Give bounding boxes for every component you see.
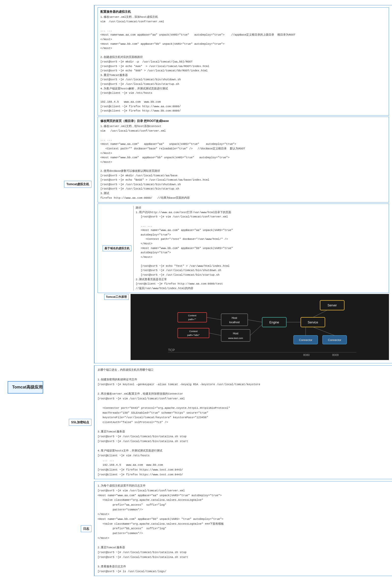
virtual-host-section: Tomcat虚拟主机 配置服务器的虚拟主机 1.修改server.xml文档，添… <box>51 5 392 363</box>
svg-rect-6 <box>221 314 248 326</box>
tomcat-work-section: Tomcat工作原理 TCP 8080 8009 <box>98 294 389 360</box>
diagram-svg: TCP 8080 8009 Server Service <box>136 298 384 356</box>
svg-rect-9 <box>221 330 250 342</box>
virtual-host-label: Tomcat虚拟主机 <box>64 181 91 188</box>
svg-text:path="/abc": path="/abc" <box>187 334 200 337</box>
svg-line-25 <box>313 327 335 335</box>
service-label: Service <box>308 321 318 324</box>
tcp-label: TCP <box>168 348 175 352</box>
ssl-content: 从哪个端口进去，内部虚拟主机共用哪个端口 1.创建加密用的私钥和证书文件 [ro… <box>94 365 392 479</box>
port1-label: 8080 <box>303 353 310 356</box>
logs-section: 日志 1.为每个虚拟主机设置不同的日志文件 [root@svr5 ~]# vim… <box>51 481 392 576</box>
domain-vhost-text: 路径 1.用户访问http://www.aa.com/test打开/var/ww… <box>136 206 386 291</box>
tomcat-work-label: Tomcat工作原理 <box>104 294 129 300</box>
svg-text:localhost: localhost <box>229 321 240 324</box>
domain-label-area: 基于域名的虚拟主机 <box>100 206 133 291</box>
configure-server-content: 1.修改server.xml文档，添加host虚拟主机 vim /usr/loc… <box>100 15 386 113</box>
modify-homepage-block: 修改网页的首页（根目录）目录 把ROOT改成base 1.修改server.xm… <box>98 117 389 202</box>
svg-text:Context: Context <box>188 314 196 317</box>
ssl-text: 从哪个端口进去，内部虚拟主机共用哪个端口 1.创建加密用的私钥和证书文件 [ro… <box>98 368 389 477</box>
svg-text:Host: Host <box>232 317 237 319</box>
svg-line-19 <box>209 333 221 336</box>
connector1-label: Connector <box>299 339 312 342</box>
svg-line-23 <box>313 310 327 318</box>
content-tree: Tomcat虚拟主机 配置服务器的虚拟主机 1.修改server.xml文档，添… <box>46 5 392 577</box>
configure-server-header: 配置服务器的虚拟主机 <box>100 10 386 14</box>
domain-vhost-content: 路径 1.用户访问http://www.aa.com/test打开/var/ww… <box>133 206 386 291</box>
logs-labels: 日志 <box>51 481 91 576</box>
svg-text:www.test.com: www.test.com <box>228 337 243 339</box>
logs-text: 1.为每个虚拟主机设置不同的日志文件 [root@svr5 ~]# vim /u… <box>98 484 389 574</box>
left-labels: Tomcat高级应用 <box>5 5 46 577</box>
connector2-label: Connector <box>328 339 341 342</box>
modify-homepage-content: 1.修改server.xml文档，给host添加context vim /usr… <box>100 124 386 200</box>
logs-label: 日志 <box>81 525 91 532</box>
main-container: Tomcat高级应用 Tomcat虚拟主机 配置服务器的虚拟主机 1.修改ser… <box>0 0 392 577</box>
ssl-section: SSL加密站点 从哪个端口进去，内部虚拟主机共用哪个端口 1.创建加密用的私钥和… <box>51 365 392 479</box>
svg-line-20 <box>248 320 262 322</box>
diagram-area: TCP 8080 8009 Server Service <box>131 294 389 360</box>
virtual-host-content: 配置服务器的虚拟主机 1.修改server.xml文档，添加host虚拟主机 v… <box>94 5 392 363</box>
ssl-label: SSL加密站点 <box>69 419 91 426</box>
ssl-labels: SSL加密站点 <box>51 365 91 479</box>
domain-vhost-block: 基于域名的虚拟主机 路径 1.用户访问http://www.aa.com/tes… <box>98 204 389 293</box>
svg-text:Host: Host <box>233 332 239 335</box>
main-title-label: Tomcat高级应用 <box>8 381 43 394</box>
svg-line-18 <box>207 317 221 320</box>
modify-homepage-header: 修改网页的首页（根目录）目录 把ROOT改成base <box>100 119 386 123</box>
port2-label: 8009 <box>332 353 339 356</box>
configure-server-block: 配置服务器的虚拟主机 1.修改server.xml文档，添加host虚拟主机 v… <box>98 7 389 116</box>
architecture-diagram: TCP 8080 8009 Server Service <box>131 294 389 360</box>
engine-label: Engine <box>269 321 279 324</box>
tomcat-work-label-area: Tomcat工作原理 <box>98 294 131 300</box>
svg-text:path="": path="" <box>188 318 196 321</box>
server-label: Server <box>327 304 337 307</box>
svg-line-21 <box>250 325 262 336</box>
domain-vhost-inner: 基于域名的虚拟主机 路径 1.用户访问http://www.aa.com/tes… <box>100 206 386 291</box>
virtual-host-labels: Tomcat虚拟主机 <box>51 5 91 363</box>
logs-content: 1.为每个虚拟主机设置不同的日志文件 [root@svr5 ~]# vim /u… <box>94 481 392 576</box>
svg-text:Context: Context <box>189 330 198 333</box>
domain-vhost-label: 基于域名的虚拟主机 <box>103 245 131 251</box>
